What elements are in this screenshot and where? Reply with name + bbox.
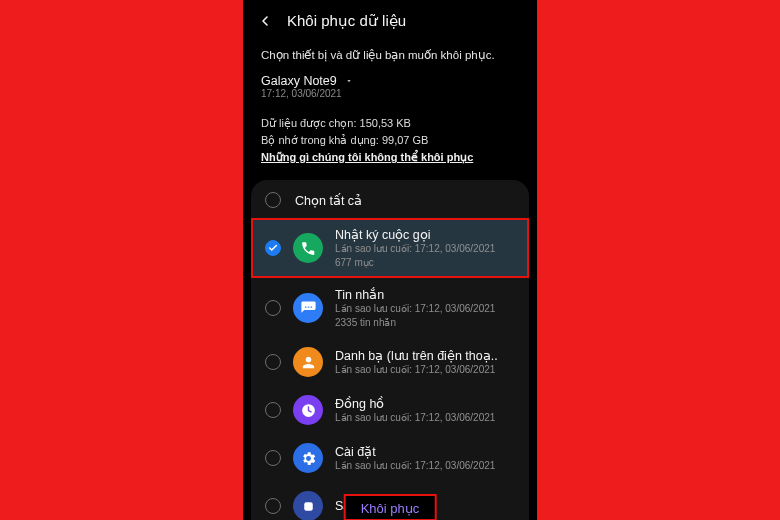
item-text: Đồng hồLần sao lưu cuối: 17:12, 03/06/20… — [335, 396, 515, 425]
item-subtitle: Lần sao lưu cuối: 17:12, 03/06/2021 — [335, 363, 515, 377]
svg-rect-1 — [304, 502, 313, 511]
back-icon[interactable] — [257, 13, 273, 29]
list-item[interactable]: Nhật ký cuộc gọiLần sao lưu cuối: 17:12,… — [251, 218, 529, 278]
item-radio[interactable] — [265, 498, 281, 514]
item-text: Danh bạ (lưu trên điện thoạ..Lần sao lưu… — [335, 348, 515, 377]
item-text: Nhật ký cuộc gọiLần sao lưu cuối: 17:12,… — [335, 227, 515, 269]
select-all-radio[interactable] — [265, 192, 281, 208]
item-text: Cài đặtLần sao lưu cuối: 17:12, 03/06/20… — [335, 444, 515, 473]
item-radio[interactable] — [265, 402, 281, 418]
daily-icon — [293, 491, 323, 520]
page-subtitle: Chọn thiết bị và dữ liệu bạn muốn khôi p… — [243, 38, 537, 74]
item-count: 677 mục — [335, 256, 515, 270]
device-timestamp: 17:12, 03/06/2021 — [243, 88, 537, 109]
item-count: 2335 tin nhắn — [335, 316, 515, 330]
item-subtitle: Lần sao lưu cuối: 17:12, 03/06/2021 — [335, 242, 515, 256]
settings-icon — [293, 443, 323, 473]
list-item[interactable]: Danh bạ (lưu trên điện thoạ..Lần sao lưu… — [251, 338, 529, 386]
item-subtitle: Lần sao lưu cuối: 17:12, 03/06/2021 — [335, 411, 515, 425]
item-text: Tin nhắnLần sao lưu cuối: 17:12, 03/06/2… — [335, 287, 515, 329]
item-subtitle: Lần sao lưu cuối: 17:12, 03/06/2021 — [335, 459, 515, 473]
restore-button[interactable]: Khôi phục — [361, 501, 420, 516]
backup-info: Dữ liệu được chọn: 150,53 KB Bộ nhớ tron… — [243, 109, 537, 176]
item-title: Cài đặt — [335, 444, 515, 459]
available-storage: Bộ nhớ trong khả dụng: 99,07 GB — [261, 132, 519, 149]
item-radio[interactable] — [265, 354, 281, 370]
data-list-panel: Chọn tất cả Nhật ký cuộc gọiLần sao lưu … — [251, 180, 529, 520]
item-title: Nhật ký cuộc gọi — [335, 227, 515, 242]
list-item[interactable]: Đồng hồLần sao lưu cuối: 17:12, 03/06/20… — [251, 386, 529, 434]
item-subtitle: Lần sao lưu cuối: 17:12, 03/06/2021 — [335, 302, 515, 316]
item-radio[interactable] — [265, 300, 281, 316]
chevron-down-icon — [345, 77, 353, 85]
select-all-row[interactable]: Chọn tất cả — [251, 180, 529, 218]
item-title: Danh bạ (lưu trên điện thoạ.. — [335, 348, 515, 363]
page-title: Khôi phục dữ liệu — [287, 12, 406, 30]
clock-icon — [293, 395, 323, 425]
cannot-restore-link[interactable]: Những gì chúng tôi không thể khôi phục — [261, 149, 519, 166]
item-title: Tin nhắn — [335, 287, 515, 302]
phone-screen: Khôi phục dữ liệu Chọn thiết bị và dữ li… — [243, 0, 537, 520]
item-radio[interactable] — [265, 450, 281, 466]
message-icon — [293, 293, 323, 323]
selected-size: Dữ liệu được chọn: 150,53 KB — [261, 115, 519, 132]
bottom-action-bar: Khôi phục — [345, 495, 436, 520]
item-radio[interactable] — [265, 240, 281, 256]
select-all-label: Chọn tất cả — [295, 193, 362, 208]
device-name: Galaxy Note9 — [261, 74, 337, 88]
contact-icon — [293, 347, 323, 377]
device-selector[interactable]: Galaxy Note9 — [243, 74, 537, 88]
item-title: Đồng hồ — [335, 396, 515, 411]
list-item[interactable]: Tin nhắnLần sao lưu cuối: 17:12, 03/06/2… — [251, 278, 529, 338]
phone-icon — [293, 233, 323, 263]
app-header: Khôi phục dữ liệu — [243, 0, 537, 38]
list-item[interactable]: Cài đặtLần sao lưu cuối: 17:12, 03/06/20… — [251, 434, 529, 482]
